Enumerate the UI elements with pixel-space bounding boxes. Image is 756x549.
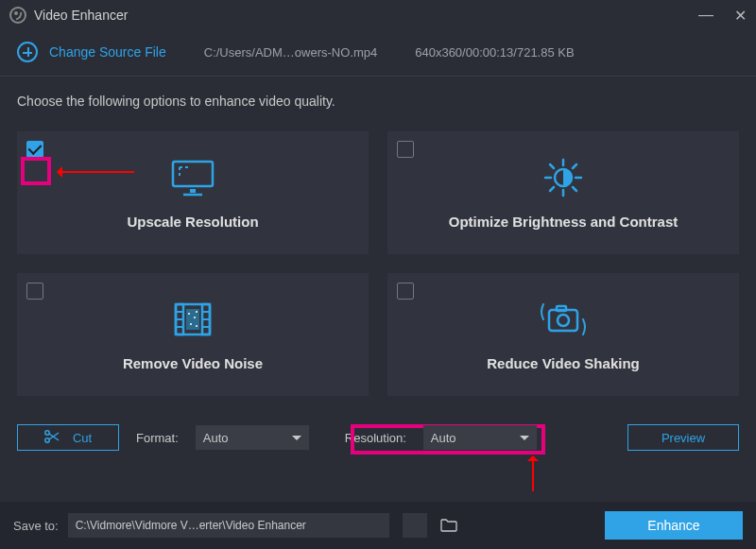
resolution-select[interactable]: Auto <box>423 425 537 450</box>
resolution-label: Resolution: <box>345 431 406 445</box>
change-source-label: Change Source File <box>49 44 166 60</box>
open-folder-button[interactable] <box>437 513 461 538</box>
preview-label: Preview <box>662 431 705 445</box>
card-title: Remove Video Noise <box>123 355 263 371</box>
card-title: Optimize Brightness and Contrast <box>449 214 679 230</box>
checkbox-upscale[interactable] <box>26 141 43 158</box>
format-label: Format: <box>136 431 179 445</box>
minimize-button[interactable]: — <box>698 7 713 25</box>
svg-line-13 <box>573 164 576 168</box>
svg-line-12 <box>550 187 554 191</box>
resolution-value: Auto <box>431 431 456 445</box>
cut-label: Cut <box>73 431 92 445</box>
svg-rect-29 <box>549 310 577 331</box>
intro-text: Choose the following options to enhance … <box>17 94 739 109</box>
format-select[interactable]: Auto <box>196 425 309 450</box>
card-remove-noise[interactable]: Remove Video Noise <box>17 273 369 396</box>
svg-point-31 <box>558 315 569 326</box>
cut-button[interactable]: Cut <box>17 424 119 451</box>
card-upscale-resolution[interactable]: Upscale Resolution <box>17 131 369 254</box>
svg-point-27 <box>196 311 198 313</box>
card-title: Upscale Resolution <box>127 214 258 230</box>
sun-icon <box>541 157 586 198</box>
save-path-input[interactable]: C:\Vidmore\Vidmore V…erter\Video Enhance… <box>68 513 389 538</box>
window-controls: — ✕ <box>698 7 747 25</box>
svg-point-33 <box>45 437 49 441</box>
svg-point-32 <box>45 430 49 434</box>
chevron-down-icon <box>292 436 301 440</box>
svg-line-34 <box>49 434 59 440</box>
film-icon <box>170 299 215 340</box>
title-bar: Video Enhancer — ✕ <box>0 0 756 30</box>
svg-line-10 <box>550 164 554 168</box>
svg-line-11 <box>573 187 576 191</box>
camera-icon <box>538 299 589 340</box>
checkbox-noise[interactable] <box>26 283 43 300</box>
svg-point-25 <box>194 317 196 318</box>
card-optimize-brightness[interactable]: Optimize Brightness and Contrast <box>387 131 739 254</box>
plus-circle-icon <box>17 42 38 62</box>
save-path-dropdown[interactable] <box>403 513 427 538</box>
source-meta: 640x360/00:00:13/721.85 KB <box>415 45 574 60</box>
checkbox-shaking[interactable] <box>397 283 414 300</box>
app-icon <box>9 7 26 24</box>
monitor-icon <box>170 157 215 198</box>
main-area: Choose the following options to enhance … <box>0 77 756 396</box>
source-path: C:/Users/ADM…owers-NO.mp4 <box>204 45 377 60</box>
enhancement-cards: Upscale Resolution <box>17 131 739 396</box>
close-button[interactable]: ✕ <box>734 7 747 25</box>
folder-icon <box>440 519 457 532</box>
controls-row: Cut Format: Auto Resolution: Auto Previe… <box>0 396 756 451</box>
card-title: Reduce Video Shaking <box>487 355 639 371</box>
change-source-button[interactable]: Change Source File <box>17 42 166 62</box>
footer-bar: Save to: C:\Vidmore\Vidmore V…erter\Vide… <box>0 502 756 549</box>
format-value: Auto <box>203 431 229 445</box>
save-path-value: C:\Vidmore\Vidmore V…erter\Video Enhance… <box>76 519 306 532</box>
svg-rect-30 <box>557 306 566 311</box>
save-to-label: Save to: <box>13 519 59 533</box>
enhance-button[interactable]: Enhance <box>605 511 743 540</box>
svg-rect-3 <box>190 189 196 193</box>
chevron-down-icon <box>520 436 529 440</box>
svg-line-35 <box>49 433 59 439</box>
svg-point-28 <box>196 325 198 327</box>
scissors-icon <box>44 430 60 446</box>
enhance-label: Enhance <box>647 518 699 533</box>
source-bar: Change Source File C:/Users/ADM…owers-NO… <box>0 30 756 77</box>
annotation-arrow-to-resolution <box>532 457 534 491</box>
window-title: Video Enhancer <box>34 8 128 23</box>
card-reduce-shaking[interactable]: Reduce Video Shaking <box>387 273 739 396</box>
svg-point-24 <box>188 313 190 315</box>
preview-button[interactable]: Preview <box>627 424 739 451</box>
checkbox-brightness[interactable] <box>397 141 414 158</box>
svg-point-26 <box>190 323 192 325</box>
